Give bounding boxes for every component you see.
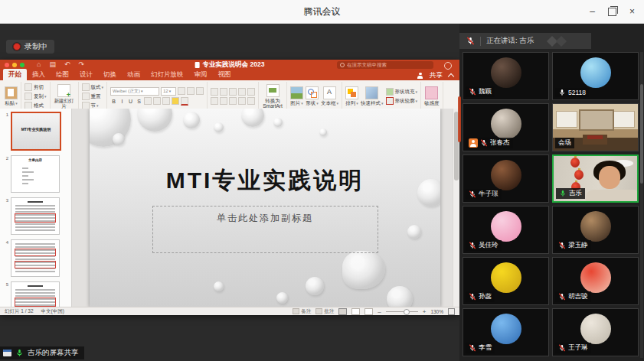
participant-tile-胡吉骏[interactable]: 胡吉骏 [552,257,639,305]
columns-icon[interactable] [247,97,255,105]
picture-icon[interactable] [290,86,303,99]
cut-button[interactable]: 剪切 [34,84,44,89]
quick-styles-icon[interactable] [365,86,378,99]
paste-button[interactable]: 粘贴 [5,100,18,106]
feedback-smiley-icon[interactable] [444,62,452,70]
normal-view-button[interactable] [338,308,347,315]
smartart-icon[interactable] [266,84,280,97]
text-shadow-icon[interactable] [153,97,161,105]
font-color-icon[interactable] [181,97,188,106]
slide-thumbnail-3[interactable] [11,197,60,235]
mac-minimize-icon[interactable] [12,63,17,67]
ppt-tab-绘图[interactable]: 绘图 [51,69,74,80]
collapse-ribbon-icon[interactable] [448,73,454,80]
format-painter-button[interactable]: 格式 [34,102,44,108]
fit-slide-icon[interactable] [448,308,455,315]
shape-fill-button[interactable]: 形状填充 [395,89,418,95]
indent-less-icon[interactable] [229,88,237,96]
font-style-S[interactable]: S [136,99,142,104]
reset-icon[interactable] [82,93,90,100]
copy-button[interactable]: 复制 [34,93,47,99]
shape-outline-button[interactable]: 形状轮廓 [395,98,418,104]
justify-icon[interactable] [238,97,246,105]
mac-zoom-icon[interactable] [20,63,25,67]
font-size-select[interactable]: 12 [161,87,176,96]
participant-tile-牛子璟[interactable]: 牛子璟 [463,154,549,203]
participant-tile-52118[interactable]: 52118 [552,52,639,100]
font-style-B[interactable]: B [110,99,117,104]
ppt-search-box[interactable] [337,61,433,69]
arrange-icon[interactable] [345,86,358,99]
language-indicator[interactable]: 中文(中国) [41,308,64,315]
cut-icon[interactable] [25,83,32,91]
section-icon[interactable] [82,102,90,109]
align-left-icon[interactable] [211,97,218,105]
participant-tile-李雪[interactable]: 李雪 [463,308,549,356]
slide-title[interactable]: MTI专业实践说明 [90,165,440,197]
participant-tile-吉乐[interactable]: 吉乐 [552,154,639,203]
numbering-icon[interactable] [220,88,227,96]
minimize-button[interactable]: – [590,6,595,17]
participant-tile-吴佳玲[interactable]: 吴佳玲 [463,206,549,254]
textbox-button[interactable]: 文本框 [321,100,338,106]
zoom-out-icon[interactable] [378,308,381,315]
shape-fill-icon[interactable] [386,88,394,96]
slide-thumbnail-2[interactable]: 主要内容 [11,155,60,193]
close-button[interactable]: × [629,6,635,17]
zoom-in-icon[interactable] [423,308,427,315]
participant-tile-张春杰[interactable]: 张春杰 [463,103,549,151]
smartart-button[interactable]: 转换为SmartArt [262,98,283,109]
layout-button[interactable]: 版式 [91,84,104,90]
font-style-U[interactable]: U [127,99,134,104]
format-painter-icon[interactable] [25,102,32,109]
ppt-tab-插入[interactable]: 插入 [27,69,51,80]
sensitivity-icon[interactable] [425,86,438,99]
zoom-level[interactable]: 130% [430,309,443,314]
line-spacing-icon[interactable] [247,88,255,96]
picture-button[interactable]: 图片 [290,100,303,106]
slide-thumbnail-5[interactable] [11,281,60,307]
ppt-tab-审阅[interactable]: 审阅 [189,69,213,80]
slide-subtitle-placeholder[interactable]: 单击此处添加副标题 [152,206,378,253]
slide-thumbnail-1[interactable]: MTI专业实践说明 [11,112,61,151]
align-right-icon[interactable] [229,97,237,105]
ppt-tab-视图[interactable]: 视图 [213,69,237,80]
slide-sorter-view-button[interactable] [351,308,360,315]
notes-toggle[interactable]: 备注 [293,308,311,315]
strikethrough-icon[interactable] [144,97,152,105]
comments-toggle[interactable]: 批注 [315,308,334,315]
panel-collapse-handle[interactable] [458,96,461,142]
bullets-icon[interactable] [211,88,218,96]
font-name-select[interactable]: Weibei (正文) [110,87,159,96]
shapes-icon[interactable] [306,86,319,99]
ppt-tab-开始[interactable]: 开始 [3,69,27,80]
participant-tile-王子琳[interactable]: 王子琳 [552,308,639,356]
quick-styles-button[interactable]: 快速样式 [361,100,384,106]
restore-button[interactable] [608,8,616,16]
shrink-font-icon[interactable] [187,87,195,95]
search-input[interactable] [347,62,430,67]
ppt-tab-切换[interactable]: 切换 [98,69,122,80]
new-slide-icon[interactable] [57,84,70,97]
highlight-color-icon[interactable] [172,97,179,105]
indent-more-icon[interactable] [238,88,246,96]
shapes-button[interactable]: 形状 [306,100,319,106]
slideshow-view-button[interactable] [364,308,373,315]
font-style-I[interactable]: I [119,99,126,104]
slide-thumbnail-4[interactable] [11,239,60,277]
ppt-share-button[interactable]: 共享 [430,71,443,80]
zoom-slider[interactable] [386,311,418,312]
participant-tile-会场[interactable]: 会场 [552,103,639,151]
arrange-button[interactable]: 排列 [345,100,358,106]
layout-icon[interactable] [82,83,90,91]
zoom-slider-knob[interactable] [404,309,410,315]
ppt-tab-设计[interactable]: 设计 [74,69,98,80]
participant-tile-魏颖[interactable]: 魏颖 [463,52,549,100]
align-center-icon[interactable] [220,97,227,105]
textbox-icon[interactable] [323,86,336,99]
participant-tile-孙蕊[interactable]: 孙蕊 [463,257,549,305]
copy-icon[interactable] [25,93,32,100]
participant-tile-梁玉静[interactable]: 梁玉静 [552,206,639,254]
grow-font-icon[interactable] [178,87,185,95]
panel-scrollbar[interactable] [640,52,643,358]
